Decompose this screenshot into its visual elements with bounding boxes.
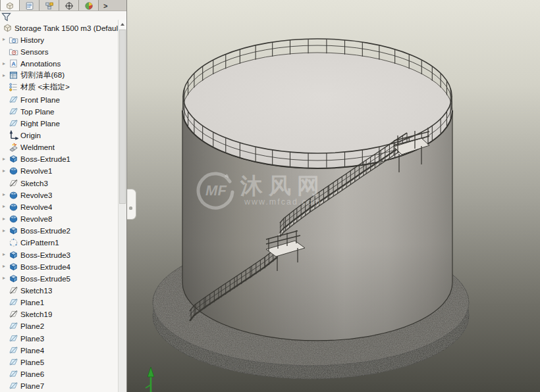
plane-icon	[7, 357, 19, 367]
tree-item-label: 材质 <未指定>	[20, 82, 70, 92]
displaymanager-tab[interactable]	[79, 0, 99, 11]
scroll-thumb[interactable]	[119, 30, 126, 204]
tree-item-label: Plane7	[20, 381, 44, 390]
tree-item-label: Plane3	[20, 334, 44, 343]
tree-item-sketch13[interactable]: Sketch13	[0, 284, 118, 296]
tree-item-origin[interactable]: Origin	[0, 129, 118, 141]
tree-item-[interactable]: 材质 <未指定>	[0, 82, 118, 93]
expand-arrow-icon[interactable]: ▸	[1, 72, 7, 79]
tree-item-right-plane[interactable]: Right Plane	[0, 117, 118, 129]
tank-3d-model	[127, 0, 540, 392]
tree-item-weldment[interactable]: Weldment	[0, 141, 118, 153]
tree-scrollbar[interactable]	[118, 20, 126, 392]
property-list-icon	[25, 1, 34, 11]
tree-item-label: CirPattern1	[20, 238, 59, 247]
tree-root-label: Storage Tank 1500 m3 (Default<As	[14, 24, 118, 32]
tree-item-boss-extrude5[interactable]: ▸Boss-Extrude5	[0, 272, 118, 284]
featuremanager-tab[interactable]	[0, 0, 20, 11]
plane-icon	[7, 107, 19, 116]
tree-item-cirpattern1[interactable]: CirPattern1	[0, 237, 118, 249]
tree-item-label: Boss-Extrude4	[20, 262, 70, 271]
tree-item-boss-extrude3[interactable]: ▸Boss-Extrude3	[0, 249, 118, 260]
tree-item-history[interactable]: ▸History	[0, 34, 118, 45]
tree-item-label: 切割清单(68)	[20, 70, 65, 80]
folder-history-icon	[7, 35, 19, 45]
tree-item-sketch19[interactable]: Sketch19	[0, 308, 118, 320]
revolve-icon	[7, 214, 19, 224]
tree-item-plane7[interactable]: Plane7	[0, 380, 118, 392]
tree-item-label: Revolve4	[20, 203, 52, 211]
expand-arrow-icon[interactable]: ▸	[1, 36, 7, 43]
tree-item-revolve3[interactable]: ▸Revolve3	[0, 189, 118, 201]
tree-item-front-plane[interactable]: Front Plane	[0, 93, 118, 105]
expand-arrow-icon[interactable]: ▸	[1, 156, 7, 162]
tree-item-revolve4[interactable]: ▸Revolve4	[0, 201, 118, 212]
scroll-up-button[interactable]	[119, 20, 126, 29]
tree-item-top-plane[interactable]: Top Plane	[0, 105, 118, 117]
expand-arrow-icon[interactable]: ▸	[1, 203, 7, 210]
filter-funnel-icon[interactable]	[1, 12, 11, 22]
expand-arrow-icon[interactable]: ▸	[1, 228, 7, 234]
revolve-icon	[7, 166, 19, 176]
dimxpertmanager-tab[interactable]	[59, 0, 79, 11]
tree-item-label: Sketch19	[20, 310, 52, 318]
feature-tree: Storage Tank 1500 m3 (Default<As ▸Histor…	[0, 22, 118, 392]
tree-item-boss-extrude1[interactable]: ▸Boss-Extrude1	[0, 153, 118, 165]
tree-item-label: Boss-Extrude2	[20, 226, 70, 235]
tree-items-list: ▸HistorySensors▸AAnnotations▸切割清单(68)材质 …	[0, 34, 118, 392]
plane-icon	[7, 321, 19, 331]
tree-item-label: Boss-Extrude5	[20, 274, 70, 283]
part-tree-icon	[5, 1, 14, 11]
tree-item-label: Revolve3	[20, 191, 52, 199]
3d-viewport[interactable]: MF 沐风网 www.mfcad.com	[127, 0, 540, 392]
configurationmanager-tab[interactable]	[40, 0, 59, 11]
tree-item-boss-extrude2[interactable]: ▸Boss-Extrude2	[0, 225, 118, 237]
tree-item-68[interactable]: ▸切割清单(68)	[0, 70, 118, 82]
tree-item-plane4[interactable]: Plane4	[0, 344, 118, 356]
tree-filter-row	[0, 11, 126, 22]
expand-arrow-icon[interactable]: ▸	[1, 216, 7, 222]
tree-item-label: Plane5	[20, 358, 44, 366]
tree-item-revolve8[interactable]: ▸Revolve8	[0, 213, 118, 225]
tree-item-boss-extrude4[interactable]: ▸Boss-Extrude4	[0, 260, 118, 272]
panel-collapse-handle[interactable]	[127, 189, 136, 220]
tree-item-label: Sketch13	[20, 286, 52, 295]
tabbar-overflow-chevron[interactable]: >	[103, 1, 107, 11]
weldment-icon	[7, 142, 19, 152]
svg-text:A: A	[11, 61, 15, 67]
expand-arrow-icon[interactable]: ▸	[1, 61, 7, 67]
tree-item-plane2[interactable]: Plane2	[0, 320, 118, 332]
display-sphere-icon	[84, 1, 94, 11]
tree-item-sensors[interactable]: Sensors	[0, 45, 118, 57]
tree-item-annotations[interactable]: ▸AAnnotations	[0, 57, 118, 69]
expand-arrow-icon[interactable]: ▸	[1, 191, 7, 198]
plane-icon	[7, 95, 19, 105]
manager-tabbar: >	[0, 0, 126, 11]
handle-grip-dot	[129, 207, 132, 210]
expand-arrow-icon[interactable]: ▸	[1, 251, 7, 258]
tree-item-label: Revolve1	[20, 166, 52, 175]
expand-arrow-icon[interactable]: ▸	[1, 263, 7, 270]
tree-item-revolve1[interactable]: ▸Revolve1	[0, 165, 118, 177]
tree-item-plane6[interactable]: Plane6	[0, 368, 118, 380]
tree-item-plane5[interactable]: Plane5	[0, 356, 118, 368]
feature-manager-panel: > Storage Tank 1500 m3 (Default<As ▸Hist…	[0, 0, 127, 392]
tree-item-label: Plane2	[20, 322, 44, 330]
tree-root-item[interactable]: Storage Tank 1500 m3 (Default<As	[0, 22, 118, 34]
extrude-icon	[7, 154, 19, 164]
tree-item-sketch3[interactable]: Sketch3	[0, 177, 118, 189]
plane-icon	[7, 333, 19, 343]
tree-item-label: Plane4	[20, 346, 44, 355]
material-icon	[7, 82, 19, 92]
cirpattern-icon	[7, 237, 19, 247]
expand-arrow-icon[interactable]: ▸	[1, 168, 7, 174]
plane-icon	[7, 118, 19, 128]
propertymanager-tab[interactable]	[20, 0, 40, 11]
tree-item-plane1[interactable]: Plane1	[0, 297, 118, 308]
extrude-icon	[7, 262, 19, 272]
origin-icon	[7, 130, 19, 140]
tree-item-plane3[interactable]: Plane3	[0, 332, 118, 344]
folder-sensors-icon	[7, 47, 19, 57]
tree-item-label: History	[20, 36, 44, 44]
expand-arrow-icon[interactable]: ▸	[1, 275, 7, 282]
